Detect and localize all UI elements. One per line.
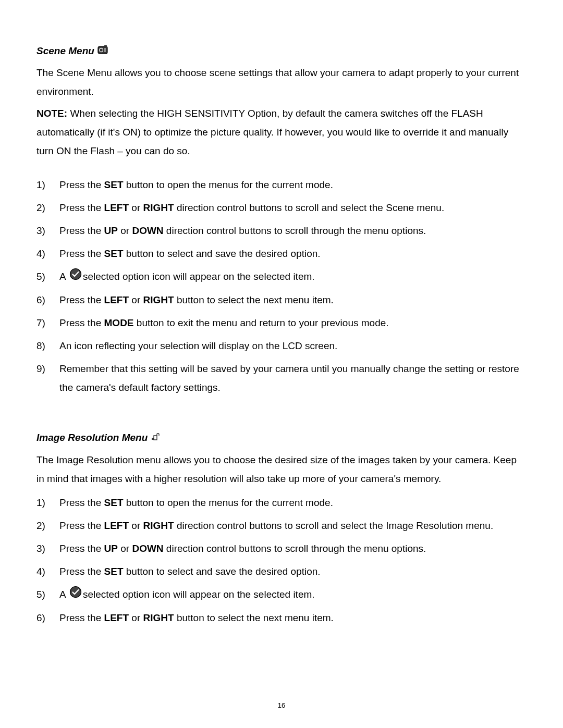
list-content: A selected option icon will appear on th… <box>59 585 527 604</box>
text: direction control buttons to scroll and … <box>174 520 494 531</box>
resolution-item: 5)A selected option icon will appear on … <box>36 585 527 604</box>
check-icon <box>69 268 82 287</box>
bold-text: LEFT <box>104 202 129 213</box>
text: Press the <box>59 248 104 259</box>
svg-point-4 <box>70 587 81 598</box>
text: button to select the next menu item. <box>174 612 334 623</box>
list-number: 5) <box>36 267 59 286</box>
svg-rect-1 <box>104 45 107 47</box>
bold-text: SET <box>104 566 124 577</box>
bold-text: DOWN <box>132 543 163 554</box>
list-number: 6) <box>36 291 59 310</box>
resolution-item: 2)Press the LEFT or RIGHT direction cont… <box>36 516 527 535</box>
bold-text: LEFT <box>104 520 129 531</box>
text: A <box>59 271 68 282</box>
list-content: Press the MODE button to exit the menu a… <box>59 314 527 332</box>
text: Press the <box>59 543 104 554</box>
list-content: Press the LEFT or RIGHT button to select… <box>59 609 527 627</box>
text: An icon reflecting your selection will d… <box>59 340 337 351</box>
scene-list: 1)Press the SET button to open the menus… <box>36 176 527 398</box>
note-label: NOTE: <box>36 108 67 119</box>
list-content: Remember that this setting will be saved… <box>59 360 527 397</box>
bold-text: UP <box>104 543 118 554</box>
text: Press the <box>59 317 104 328</box>
scene-item: 3)Press the UP or DOWN direction control… <box>36 221 527 240</box>
list-number: 4) <box>36 244 59 263</box>
resolution-item: 3)Press the UP or DOWN direction control… <box>36 539 527 558</box>
page-number: 16 <box>278 699 285 712</box>
bold-text: SET <box>104 179 124 190</box>
resolution-intro: The Image Resolution menu allows you to … <box>36 451 527 488</box>
text: Press the <box>59 179 104 190</box>
list-number: 1) <box>36 176 59 194</box>
list-number: 4) <box>36 562 59 581</box>
list-number: 2) <box>36 199 59 217</box>
text: direction control buttons to scroll and … <box>174 202 445 213</box>
scene-heading: Scene Menu <box>36 42 108 60</box>
text: or <box>118 225 132 236</box>
text: Press the <box>59 612 104 623</box>
bold-text: RIGHT <box>143 612 174 623</box>
check-icon <box>69 586 82 604</box>
scene-item: 6)Press the LEFT or RIGHT button to sele… <box>36 291 527 310</box>
bold-text: SET <box>104 497 124 508</box>
bold-text: UP <box>104 225 118 236</box>
list-number: 3) <box>36 221 59 240</box>
text: or <box>129 202 143 213</box>
bold-text: RIGHT <box>143 294 174 305</box>
bold-text: MODE <box>104 317 134 328</box>
list-content: Press the SET button to select and save … <box>59 244 527 263</box>
scene-intro: The Scene Menu allows you to choose scen… <box>36 64 527 101</box>
resolution-item: 6)Press the LEFT or RIGHT button to sele… <box>36 609 527 627</box>
list-content: An icon reflecting your selection will d… <box>59 337 527 355</box>
list-number: 1) <box>36 493 59 512</box>
bold-text: SET <box>104 248 124 259</box>
bold-text: LEFT <box>104 294 129 305</box>
scene-heading-text: Scene Menu <box>36 42 94 60</box>
resolution-heading: Image Resolution Menu <box>36 428 160 447</box>
text: or <box>129 520 143 531</box>
list-number: 9) <box>36 360 59 378</box>
scene-item: 2)Press the LEFT or RIGHT direction cont… <box>36 199 527 217</box>
list-number: 2) <box>36 516 59 535</box>
bold-text: DOWN <box>132 225 163 236</box>
list-content: Press the UP or DOWN direction control b… <box>59 539 527 558</box>
scene-note: NOTE: When selecting the HIGH SENSITIVIT… <box>36 104 527 161</box>
resolution-item: 1)Press the SET button to open the menus… <box>36 493 527 512</box>
list-content: Press the SET button to open the menus f… <box>59 493 527 512</box>
list-content: Press the LEFT or RIGHT direction contro… <box>59 199 527 217</box>
scene-icon <box>97 42 108 60</box>
bold-text: RIGHT <box>143 520 174 531</box>
resolution-heading-text: Image Resolution Menu <box>36 428 148 447</box>
scene-item: 8)An icon reflecting your selection will… <box>36 337 527 355</box>
text: Press the <box>59 520 104 531</box>
note-text: When selecting the HIGH SENSITIVITY Opti… <box>36 108 508 156</box>
list-number: 5) <box>36 585 59 604</box>
resolution-item: 4)Press the SET button to select and sav… <box>36 562 527 581</box>
text: Press the <box>59 566 104 577</box>
text: Press the <box>59 294 104 305</box>
text: or <box>129 612 143 623</box>
text: direction control buttons to scroll thro… <box>164 225 426 236</box>
resolution-list: 1)Press the SET button to open the menus… <box>36 493 527 628</box>
text: button to open the menus for the current… <box>124 497 333 508</box>
bold-text: RIGHT <box>143 202 174 213</box>
list-content: Press the SET button to open the menus f… <box>59 176 527 194</box>
text: selected option icon will appear on the … <box>83 589 315 600</box>
scene-menu-section: Scene Menu The Scene Menu allows you to … <box>36 42 527 397</box>
text: or <box>118 543 132 554</box>
text: button to select and save the desired op… <box>124 566 321 577</box>
scene-item: 5)A selected option icon will appear on … <box>36 267 527 287</box>
list-content: A selected option icon will appear on th… <box>59 267 527 287</box>
list-content: Press the LEFT or RIGHT direction contro… <box>59 516 527 535</box>
scene-item: 1)Press the SET button to open the menus… <box>36 176 527 194</box>
text: Press the <box>59 497 104 508</box>
list-content: Press the LEFT or RIGHT button to select… <box>59 291 527 310</box>
text: button to select the next menu item. <box>174 294 334 305</box>
svg-point-3 <box>70 268 81 279</box>
text: Remember that this setting will be saved… <box>59 363 519 393</box>
scene-item: 9)Remember that this setting will be sav… <box>36 360 527 397</box>
scene-item: 7)Press the MODE button to exit the menu… <box>36 314 527 332</box>
text: direction control buttons to scroll thro… <box>164 543 426 554</box>
bold-text: LEFT <box>104 612 129 623</box>
